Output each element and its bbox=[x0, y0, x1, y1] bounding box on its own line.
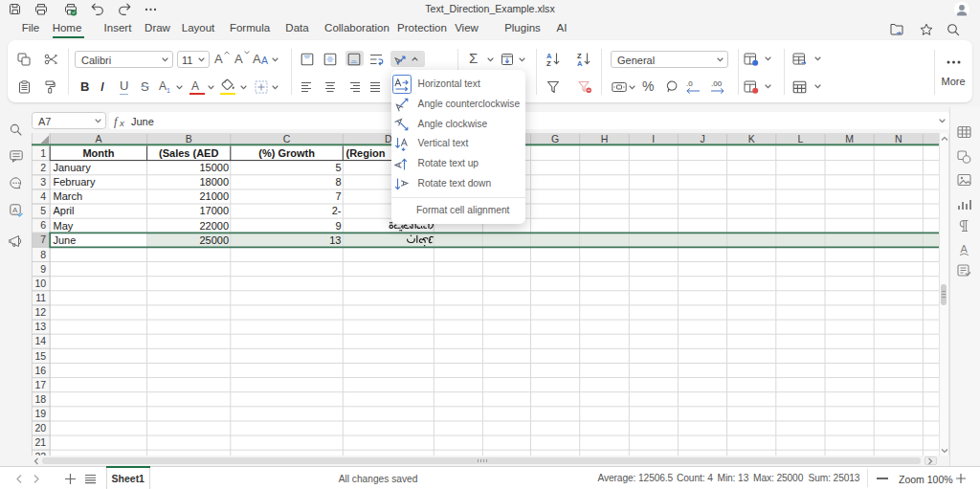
svg-text:K: K bbox=[748, 133, 755, 144]
svg-text:March: March bbox=[54, 190, 83, 202]
svg-text:7: 7 bbox=[40, 233, 46, 245]
svg-text:G: G bbox=[551, 133, 559, 144]
svg-text:17000: 17000 bbox=[199, 205, 229, 216]
svg-text:L: L bbox=[797, 133, 803, 144]
svg-text:21000: 21000 bbox=[199, 190, 229, 202]
svg-text:January: January bbox=[54, 162, 92, 173]
svg-text:18000: 18000 bbox=[199, 176, 229, 188]
svg-text:8: 8 bbox=[335, 176, 341, 188]
svg-text:June: June bbox=[54, 234, 77, 246]
svg-text:J: J bbox=[700, 133, 704, 144]
svg-text:May: May bbox=[54, 220, 74, 232]
svg-text:(Region: (Region bbox=[346, 147, 386, 159]
svg-text:5: 5 bbox=[40, 205, 46, 216]
svg-text:April: April bbox=[54, 205, 75, 216]
svg-text:H: H bbox=[601, 133, 609, 144]
svg-text:B: B bbox=[186, 133, 192, 144]
svg-text:N: N bbox=[895, 133, 902, 144]
svg-text:3: 3 bbox=[40, 176, 46, 188]
svg-text:19: 19 bbox=[35, 408, 47, 419]
svg-text:8: 8 bbox=[40, 249, 46, 260]
svg-text:9: 9 bbox=[40, 263, 46, 275]
svg-text:C: C bbox=[283, 133, 291, 144]
svg-text:12: 12 bbox=[35, 306, 47, 318]
svg-text:18: 18 bbox=[35, 393, 47, 405]
svg-text:9: 9 bbox=[335, 220, 341, 232]
svg-text:A: A bbox=[95, 133, 101, 144]
svg-text:13: 13 bbox=[35, 321, 47, 332]
svg-text:15: 15 bbox=[35, 350, 47, 362]
svg-text:20: 20 bbox=[35, 422, 47, 433]
svg-text:16: 16 bbox=[35, 365, 47, 376]
svg-text:M: M bbox=[845, 133, 854, 144]
svg-text:1: 1 bbox=[40, 147, 46, 159]
svg-text:2: 2 bbox=[40, 162, 46, 173]
svg-text:February: February bbox=[54, 176, 97, 188]
svg-text:21: 21 bbox=[35, 436, 47, 448]
svg-text:10: 10 bbox=[35, 278, 47, 289]
svg-text:5: 5 bbox=[335, 162, 341, 173]
svg-text:14: 14 bbox=[35, 335, 47, 346]
svg-text:(%) Growth: (%) Growth bbox=[258, 147, 315, 159]
svg-text:17: 17 bbox=[35, 379, 47, 390]
svg-text:I: I bbox=[652, 133, 655, 144]
svg-text:4: 4 bbox=[40, 190, 46, 202]
svg-text:7: 7 bbox=[335, 190, 341, 202]
svg-text:6: 6 bbox=[40, 219, 46, 231]
svg-text:22000: 22000 bbox=[199, 220, 229, 232]
svg-text:11: 11 bbox=[35, 292, 46, 303]
svg-text:15000: 15000 bbox=[199, 162, 229, 173]
svg-text:(Sales (AED: (Sales (AED bbox=[159, 147, 218, 159]
svg-text:13: 13 bbox=[329, 234, 341, 246]
svg-text:A: A bbox=[961, 243, 969, 255]
svg-text:2-: 2- bbox=[332, 205, 342, 216]
svg-text:Month: Month bbox=[82, 147, 114, 159]
svg-text:25000: 25000 bbox=[199, 234, 229, 246]
